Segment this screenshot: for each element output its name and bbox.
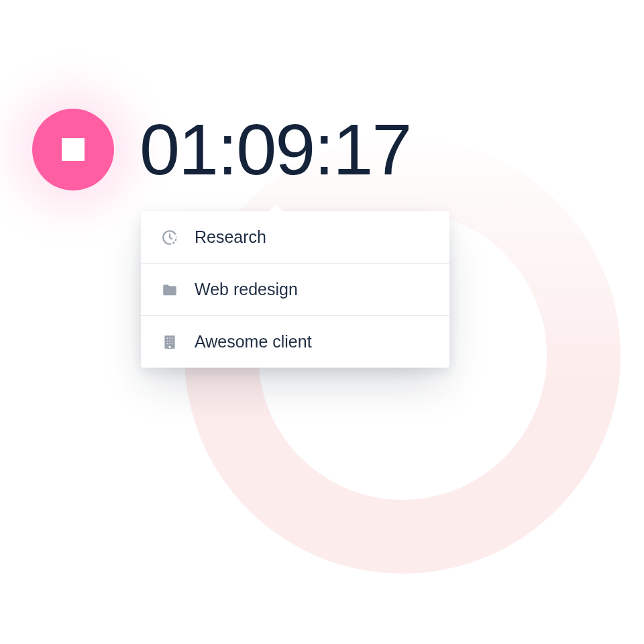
svg-rect-3 (169, 337, 170, 338)
svg-rect-4 (171, 337, 172, 338)
svg-rect-9 (169, 343, 170, 344)
svg-rect-8 (166, 343, 168, 344)
dropdown-item-task[interactable]: Research (141, 211, 449, 264)
timer-elapsed: 01:09:17 (140, 113, 411, 186)
stop-button[interactable] (32, 109, 114, 191)
building-icon (161, 333, 178, 351)
dropdown-item-project[interactable]: Web redesign (141, 264, 449, 316)
svg-rect-2 (166, 337, 168, 338)
dropdown-item-client[interactable]: Awesome client (141, 316, 449, 368)
svg-rect-11 (168, 345, 171, 348)
dropdown-item-label: Web redesign (195, 280, 298, 299)
stop-icon (62, 138, 85, 161)
dropdown-item-label: Research (195, 227, 266, 247)
svg-rect-10 (171, 343, 172, 344)
timer-details-dropdown: Research Web redesign (141, 211, 449, 368)
dropdown-item-label: Awesome client (195, 332, 312, 352)
clock-icon (161, 229, 178, 246)
timer-row: 01:09:17 (32, 109, 411, 191)
svg-rect-7 (171, 340, 172, 341)
svg-rect-5 (166, 340, 168, 341)
folder-icon (161, 281, 178, 299)
svg-rect-6 (169, 340, 170, 341)
